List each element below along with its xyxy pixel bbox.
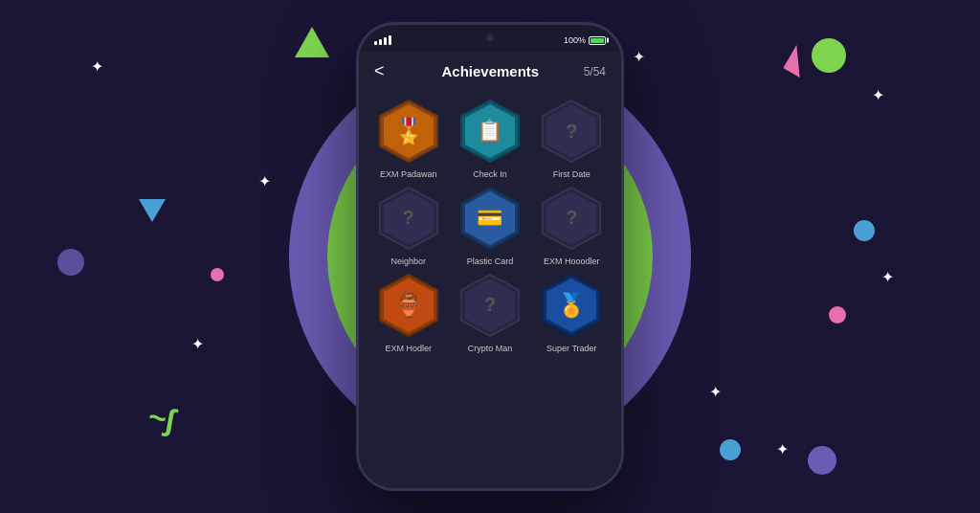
achievement-label-super-trader: Super Trader <box>546 344 597 354</box>
achievements-grid: 🎖️ EXM Padawan 📋 Check In <box>359 89 621 361</box>
star-6: ✦ <box>881 268 894 286</box>
icon-neighbor: ? <box>382 191 435 245</box>
triangle-pink-right <box>783 45 813 78</box>
achievement-badge-crypto-man: ? <box>456 271 524 340</box>
star-2: ✦ <box>258 172 271 190</box>
achievement-label-exm-padawan: EXM Padawan <box>380 169 437 180</box>
battery-fill <box>590 38 604 43</box>
phone-body: 100% < Achievements 5/54 <box>356 22 624 491</box>
locked-question-hooodler: ? <box>566 207 577 229</box>
signal-bar-2 <box>379 39 382 45</box>
circle-green-topright <box>812 38 846 73</box>
icon-plastic-card: 💳 <box>463 191 517 245</box>
icon-exm-hodler: 🏺 <box>382 279 435 332</box>
achievement-item-plastic-card[interactable]: 💳 Plastic Card <box>450 184 529 267</box>
achievement-count: 5/54 <box>584 65 606 78</box>
star-5: ✦ <box>872 86 884 104</box>
achievement-label-exm-hooodler: EXM Hooodler <box>544 256 600 267</box>
icon-exm-padawan: 🎖️ <box>382 104 435 158</box>
icon-exm-hooodler: ? <box>545 191 598 245</box>
achievement-badge-exm-hooodler: ? <box>537 184 606 253</box>
app-header: < Achievements 5/54 <box>359 52 621 89</box>
achievement-badge-check-in: 📋 <box>456 97 524 166</box>
triangle-green-top <box>295 27 329 57</box>
page-title: Achievements <box>441 63 539 79</box>
achievement-item-exm-padawan[interactable]: 🎖️ EXM Padawan <box>368 97 448 180</box>
battery-percent: 100% <box>564 35 586 45</box>
achievement-item-neighbor[interactable]: ? Neighbor <box>368 184 448 267</box>
achievement-label-exm-hodler: EXM Hodler <box>385 344 432 354</box>
achievement-badge-neighbor: ? <box>374 184 443 253</box>
star-3: ✦ <box>191 335 204 353</box>
locked-question-first-date: ? <box>566 121 577 143</box>
icon-super-trader: 🏅 <box>545 279 598 332</box>
achievement-badge-plastic-card: 💳 <box>456 184 524 253</box>
achievement-badge-exm-hodler: 🏺 <box>374 271 443 340</box>
achievement-label-first-date: First Date <box>553 169 590 180</box>
achievement-item-exm-hodler[interactable]: 🏺 EXM Hodler <box>368 271 448 354</box>
back-button[interactable]: < <box>374 61 397 81</box>
star-1: ✦ <box>91 57 103 76</box>
signal-bar-1 <box>374 41 377 45</box>
achievement-label-neighbor: Neighbor <box>390 256 426 267</box>
circle-pink-left <box>211 268 224 281</box>
phone-notch <box>442 25 538 46</box>
achievement-item-super-trader[interactable]: 🏅 Super Trader <box>532 271 612 354</box>
achievement-item-check-in[interactable]: 📋 Check In <box>450 97 529 180</box>
phone-camera <box>486 33 494 41</box>
achievement-label-check-in: Check In <box>473 169 507 180</box>
phone-wrapper: 100% < Achievements 5/54 <box>356 22 624 491</box>
achievement-badge-exm-padawan: 🎖️ <box>374 97 443 166</box>
circle-purple-bottomright <box>808 446 836 475</box>
signal-bars <box>374 35 391 45</box>
icon-first-date: ? <box>545 104 598 158</box>
achievement-label-crypto-man: Crypto Man <box>468 344 513 354</box>
circle-blue-right <box>854 220 875 241</box>
locked-question-neighbor: ? <box>403 207 414 229</box>
signal-bar-3 <box>384 37 387 45</box>
battery-status: 100% <box>564 35 606 45</box>
achievement-badge-first-date: ? <box>537 97 606 166</box>
battery-icon <box>589 36 606 45</box>
achievement-badge-super-trader: 🏅 <box>537 271 606 340</box>
achievement-item-first-date[interactable]: ? First Date <box>532 97 612 180</box>
triangle-blue-left <box>139 199 166 222</box>
achievement-item-exm-hooodler[interactable]: ? EXM Hooodler <box>532 184 612 267</box>
app-screen: < Achievements 5/54 🎖️ EXM Padawan <box>359 52 621 488</box>
icon-crypto-man: ? <box>463 279 517 332</box>
achievement-item-crypto-man[interactable]: ? Crypto Man <box>450 271 529 354</box>
star-8: ✦ <box>633 48 645 66</box>
squiggle-decoration: ~∫ <box>145 399 177 438</box>
circle-pink-right <box>829 306 846 323</box>
circle-blue-bottom <box>720 439 741 460</box>
signal-bar-4 <box>389 35 391 45</box>
achievement-label-plastic-card: Plastic Card <box>467 256 514 267</box>
circle-blue-left <box>57 249 84 276</box>
star-4: ✦ <box>709 383 722 401</box>
locked-question-crypto-man: ? <box>484 294 496 316</box>
icon-check-in: 📋 <box>463 104 517 158</box>
star-7: ✦ <box>776 440 789 458</box>
